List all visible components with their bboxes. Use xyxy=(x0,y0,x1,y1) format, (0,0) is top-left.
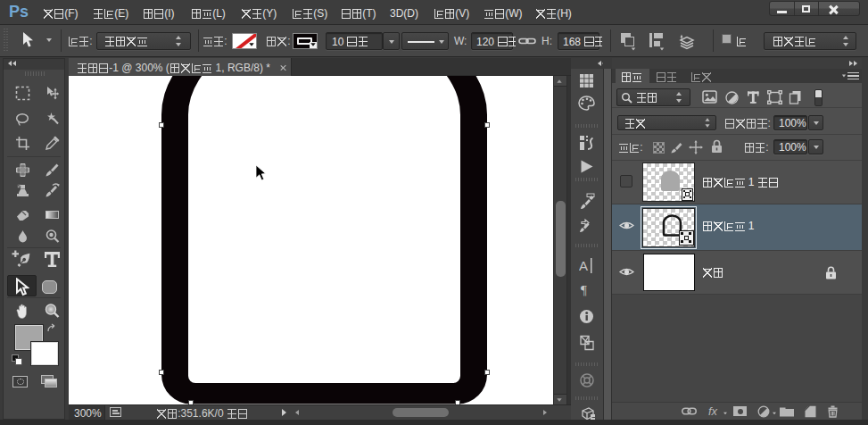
svg-text:A: A xyxy=(579,258,588,273)
svg-text:¶: ¶ xyxy=(581,283,587,297)
